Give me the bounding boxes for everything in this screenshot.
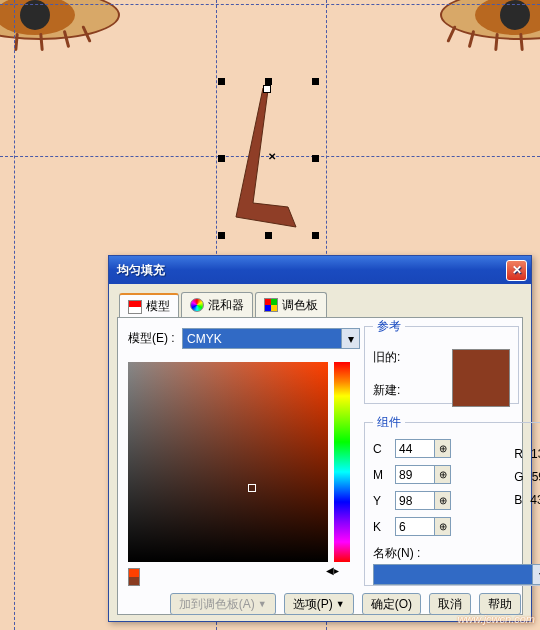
tab-palette[interactable]: 调色板 (255, 292, 327, 317)
shape-node[interactable] (263, 85, 271, 93)
b-label: B (514, 493, 522, 507)
name-label: 名称(N) : (373, 545, 420, 562)
tab-label: 调色板 (282, 297, 318, 314)
palette-icon (264, 298, 278, 312)
guide-vertical (14, 0, 15, 630)
canvas-artwork-eye-right (440, 0, 540, 40)
close-icon: ✕ (512, 263, 522, 277)
y-lock-button[interactable]: ⊕ (435, 491, 451, 510)
k-lock-button[interactable]: ⊕ (435, 517, 451, 536)
old-new-color-bar (128, 568, 140, 586)
close-button[interactable]: ✕ (506, 260, 527, 281)
name-input[interactable] (373, 564, 533, 585)
model-label: 模型(E) : (128, 330, 176, 347)
name-combo-button[interactable]: ▾ (533, 564, 540, 585)
b-value: 43 (530, 493, 540, 507)
y-input[interactable] (395, 491, 435, 510)
dialog-titlebar[interactable]: 均匀填充 ✕ (109, 256, 531, 284)
r-value: 130 (531, 447, 540, 461)
selection-handle[interactable] (265, 232, 272, 239)
selection-handle[interactable] (312, 232, 319, 239)
ok-button[interactable]: 确定(O) (362, 593, 421, 615)
color-picker-area[interactable] (128, 362, 328, 562)
color-marker[interactable] (248, 484, 256, 492)
selection-handle[interactable] (312, 78, 319, 85)
rgb-readout: R130 G59 B43 (514, 447, 540, 507)
selection-handle[interactable] (218, 78, 225, 85)
y-label: Y (373, 494, 387, 508)
add-to-palette-button[interactable]: 加到调色板(A)▼ (170, 593, 276, 615)
model-combo-button[interactable]: ▾ (342, 328, 360, 349)
selection-handle[interactable] (265, 78, 272, 85)
model-icon (128, 300, 142, 314)
m-lock-button[interactable]: ⊕ (435, 465, 451, 484)
chevron-down-icon: ▼ (258, 599, 267, 609)
name-combo[interactable]: ▾ (373, 564, 540, 585)
cancel-button[interactable]: 取消 (429, 593, 471, 615)
model-combo[interactable]: ▾ (182, 328, 360, 349)
k-input[interactable] (395, 517, 435, 536)
color-swatch (452, 349, 510, 407)
tab-bar: 模型 混和器 调色板 (119, 292, 523, 317)
hue-slider-thumb[interactable]: ◀▸ (326, 565, 339, 576)
components-fieldset: 组件 C ⊕ M ⊕ Y ⊕ K ⊕ R130 G59 B43 (364, 414, 540, 586)
components-legend: 组件 (373, 414, 405, 431)
tab-label: 模型 (146, 298, 170, 315)
selection-handle[interactable] (218, 232, 225, 239)
mixer-icon (190, 298, 204, 312)
chevron-down-icon: ▼ (336, 599, 345, 609)
reference-legend: 参考 (373, 318, 405, 335)
tab-mixer[interactable]: 混和器 (181, 292, 253, 317)
watermark: www.jcwcn.com (457, 613, 535, 625)
g-label: G (514, 470, 523, 484)
m-input[interactable] (395, 465, 435, 484)
tab-panel-model: 模型(E) : ▾ ◀▸ 参考 旧的: 新建: 组件 C ⊕ (117, 317, 523, 615)
dialog-title: 均匀填充 (117, 262, 165, 279)
hue-slider[interactable] (334, 362, 350, 562)
svg-marker-0 (236, 88, 296, 227)
model-combo-input[interactable] (182, 328, 342, 349)
r-label: R (514, 447, 523, 461)
options-button[interactable]: 选项(P)▼ (284, 593, 354, 615)
m-label: M (373, 468, 387, 482)
uniform-fill-dialog: 均匀填充 ✕ 模型 混和器 调色板 模型(E) : ▾ ◀▸ (108, 255, 532, 622)
selection-handle[interactable] (312, 155, 319, 162)
selection-handle[interactable] (218, 155, 225, 162)
canvas-artwork-eye-left (0, 0, 120, 40)
tab-model[interactable]: 模型 (119, 293, 179, 318)
c-input[interactable] (395, 439, 435, 458)
selected-shape[interactable]: ✕ (225, 85, 305, 235)
reference-fieldset: 参考 旧的: 新建: (364, 318, 519, 404)
shape-path (220, 85, 310, 240)
g-value: 59 (532, 470, 540, 484)
help-button[interactable]: 帮助 (479, 593, 521, 615)
chevron-down-icon: ▾ (348, 332, 354, 346)
selection-center-icon: ✕ (268, 151, 276, 162)
dialog-button-row: 加到调色板(A)▼ 选项(P)▼ 确定(O) 取消 帮助 (109, 593, 531, 615)
guide-horizontal (0, 4, 540, 5)
tab-label: 混和器 (208, 297, 244, 314)
k-label: K (373, 520, 387, 534)
c-lock-button[interactable]: ⊕ (435, 439, 451, 458)
c-label: C (373, 442, 387, 456)
